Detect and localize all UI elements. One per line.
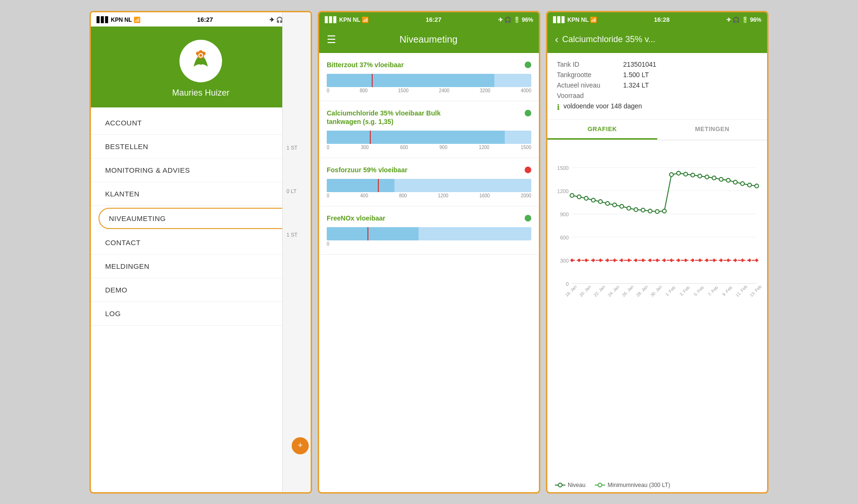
bar-chart-freenox: 0: [327, 227, 531, 247]
detail-row-tankgrootte: Tankgrootte 1.500 LT: [557, 71, 758, 79]
svg-marker-58: [648, 258, 652, 262]
svg-marker-51: [599, 258, 602, 262]
svg-marker-62: [677, 258, 680, 262]
status-dot-fosforzuur: [525, 167, 531, 173]
level-item-fosforzuur[interactable]: Fosforzuur 59% vloeibaar 040080012001600…: [319, 158, 539, 206]
value-tankgrootte: 1.500 LT: [623, 71, 649, 79]
svg-point-35: [677, 171, 680, 175]
value-tankid: 213501041: [623, 61, 656, 68]
detail-voorraad-info: ℹ voldoende voor 148 dagen: [557, 102, 758, 112]
svg-marker-72: [748, 258, 751, 262]
screen3-detail: ▋▋▋ KPN NL 📶 16:28 ✈ 🎧 🔋 96% ‹ Calciumch…: [546, 11, 769, 494]
svg-marker-64: [691, 258, 695, 262]
svg-marker-56: [634, 258, 638, 262]
screen2-header: ☰ Niveaumeting: [319, 27, 539, 53]
svg-text:1. Feb: 1. Feb: [664, 285, 676, 297]
svg-point-45: [748, 183, 751, 187]
svg-text:1200: 1200: [557, 188, 569, 194]
logo-icon: [187, 47, 215, 75]
svg-point-39: [705, 175, 709, 179]
level-item-calciumchloride[interactable]: Calciumchloride 35% vloeibaar Bulktankwa…: [319, 101, 539, 158]
sidebar-item-log[interactable]: LOG: [91, 302, 311, 326]
sidebar-navigation[interactable]: ACCOUNT BESTELLEN MONITORING & ADVIES KL…: [91, 107, 311, 492]
sidebar-item-contact[interactable]: CONTACT: [91, 231, 311, 255]
sidebar-item-bestellen[interactable]: BESTELLEN: [91, 135, 311, 159]
fab-button[interactable]: +: [292, 437, 309, 454]
hamburger-icon[interactable]: ☰: [327, 34, 336, 46]
status-carrier-1: ▋▋▋ KPN NL 📶: [97, 17, 141, 23]
sidebar-item-account[interactable]: ACCOUNT: [91, 111, 311, 135]
chart-area: 0 300 600 900 1200 1500 /: [547, 141, 767, 478]
svg-point-29: [634, 208, 638, 212]
svg-marker-69: [726, 258, 730, 262]
svg-point-27: [620, 204, 624, 208]
svg-point-20: [570, 194, 574, 197]
svg-marker-53: [613, 258, 617, 262]
level-chart: 0 300 600 900 1200 1500 /: [551, 146, 763, 293]
svg-point-40: [712, 176, 716, 180]
svg-point-25: [606, 202, 609, 205]
detail-row-voorraad: Voorraad: [557, 92, 758, 99]
svg-marker-47: [570, 258, 574, 262]
detail-info: Tank ID 213501041 Tankgrootte 1.500 LT A…: [547, 53, 767, 120]
svg-marker-55: [627, 258, 631, 262]
tab-grafiek[interactable]: GRAFIEK: [547, 120, 657, 140]
sidebar-item-monitoring[interactable]: MONITORING & ADVIES: [91, 159, 311, 182]
svg-marker-49: [584, 258, 588, 262]
status-bar-2: ▋▋▋ KPN NL 📶 16:27 ✈ 🎧 🔋 96%: [319, 12, 539, 27]
sidebar-item-niveaumeting[interactable]: NIVEAUMETING: [98, 208, 303, 229]
svg-point-23: [591, 198, 595, 202]
svg-point-36: [684, 172, 688, 176]
tab-metingen[interactable]: METINGEN: [657, 120, 767, 140]
back-icon[interactable]: ‹: [555, 34, 558, 46]
sidebar-item-klanten[interactable]: KLANTEN: [91, 182, 311, 206]
profile-header: Mauries Huizer: [91, 27, 311, 107]
level-item-freenox[interactable]: FreeNOx vloeibaar 0: [319, 206, 539, 255]
screen2-niveaumeting: ▋▋▋ KPN NL 📶 16:27 ✈ 🎧 🔋 96% ☰ Niveaumet…: [318, 11, 540, 494]
svg-marker-66: [705, 258, 709, 262]
label-voorraad: Voorraad: [557, 92, 623, 99]
level-list[interactable]: Bitterzout 37% vloeibaar 080015002400320…: [319, 53, 539, 492]
status-bar-3: ▋▋▋ KPN NL 📶 16:28 ✈ 🎧 🔋 96%: [547, 12, 767, 27]
sidebar-item-meldingen[interactable]: MELDINGEN: [91, 255, 311, 278]
svg-point-28: [627, 206, 631, 210]
level-item-bitterzout[interactable]: Bitterzout 37% vloeibaar 080015002400320…: [319, 53, 539, 101]
detail-row-niveau: Actueel niveau 1.324 LT: [557, 81, 758, 89]
svg-marker-59: [655, 258, 659, 262]
svg-marker-67: [712, 258, 716, 262]
svg-point-6: [199, 54, 202, 57]
status-time-1: 16:27: [197, 16, 213, 23]
svg-point-43: [733, 180, 737, 184]
svg-marker-68: [719, 258, 723, 262]
level-name-fosforzuur: Fosforzuur 59% vloeibaar: [327, 166, 525, 174]
svg-marker-73: [755, 258, 759, 262]
svg-point-44: [741, 182, 744, 186]
svg-point-38: [698, 174, 702, 178]
bar-chart-fosforzuur: 0400800120016002000: [327, 179, 531, 198]
svg-point-24: [599, 200, 602, 203]
svg-point-91: [598, 483, 602, 487]
label-tankid: Tank ID: [557, 61, 623, 68]
svg-point-30: [641, 208, 645, 212]
svg-text:20. Jan: 20. Jan: [579, 284, 592, 297]
label-niveau: Actueel niveau: [557, 81, 623, 89]
svg-marker-48: [577, 258, 581, 262]
svg-text:11. Feb: 11. Feb: [735, 284, 749, 298]
info-icon: ℹ: [557, 103, 560, 112]
chart-legend: Niveau Minimumniveau (300 LT): [547, 478, 767, 492]
legend-minimum-label: Minimumniveau (300 LT): [608, 482, 670, 488]
sidebar-item-demo[interactable]: DEMO: [91, 278, 311, 302]
svg-text:13. Feb: 13. Feb: [749, 284, 763, 298]
svg-point-22: [584, 196, 588, 200]
svg-text:30. Jan: 30. Jan: [650, 284, 663, 297]
svg-point-33: [662, 209, 666, 213]
svg-marker-52: [606, 258, 609, 262]
svg-marker-70: [733, 258, 737, 262]
legend-minimum: Minimumniveau (300 LT): [595, 482, 670, 488]
label-tankgrootte: Tankgrootte: [557, 71, 623, 79]
svg-text:22. Jan: 22. Jan: [593, 284, 606, 297]
screen2-title: Niveaumeting: [344, 34, 513, 45]
svg-marker-57: [641, 258, 645, 262]
status-time-3: 16:28: [654, 16, 670, 23]
screen1-sidebar: ▋▋▋ KPN NL 📶 16:27 ✈ 🎧 🔋 96%: [89, 11, 312, 494]
